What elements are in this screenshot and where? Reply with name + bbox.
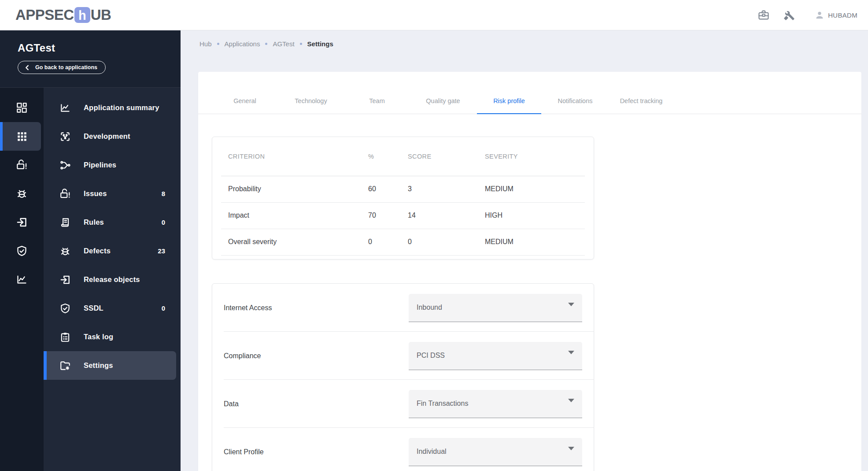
chart-line-icon (59, 102, 71, 114)
main-content: Hub Applications AGTest Settings General… (181, 30, 868, 471)
tab-team[interactable]: Team (344, 72, 410, 114)
col-criterion: CRITERION (221, 137, 361, 176)
cell-criterion: Overall severity (221, 229, 361, 255)
tab-technology[interactable]: Technology (278, 72, 344, 114)
ssdl-count-badge: 0 (162, 304, 165, 312)
table-header-row: CRITERION % SCORE SEVERITY (221, 137, 585, 176)
rail-item-summary[interactable] (0, 265, 41, 294)
form-row-compliance: Compliance PCI DSS (212, 332, 594, 380)
sidebar-item-defects[interactable]: Defects 23 (44, 237, 176, 265)
folder-gear-icon (59, 360, 71, 371)
compliance-select[interactable]: PCI DSS (409, 342, 582, 370)
sidebar-item-label: Task log (84, 333, 113, 341)
internet-access-label: Internet Access (224, 304, 272, 312)
admin-tools-button[interactable] (783, 9, 795, 21)
cell-criterion: Probability (221, 176, 361, 202)
cell-severity: HIGH (478, 202, 585, 229)
tab-notifications[interactable]: Notifications (542, 72, 608, 114)
internet-access-select[interactable]: Inbound (409, 294, 582, 322)
chevron-left-icon (24, 65, 30, 70)
sidebar-item-label: SSDL (84, 304, 103, 312)
table-row-probability: Probability 60 3 MEDIUM (221, 176, 585, 202)
grid-icon (16, 131, 28, 142)
sidebar-item-label: Application summary (84, 104, 159, 112)
rules-scroll-icon (59, 217, 71, 228)
form-row-internet-access: Internet Access Inbound (212, 284, 594, 332)
sidebar-item-label: Pipelines (84, 161, 116, 169)
compliance-label: Compliance (224, 352, 261, 360)
tools-icon (783, 9, 795, 21)
sidebar-item-label: Rules (84, 218, 104, 226)
sidebar-item-application-summary[interactable]: Application summary (44, 93, 176, 122)
data-label: Data (224, 400, 239, 408)
table-row-impact: Impact 70 14 HIGH (221, 202, 585, 229)
tab-risk-profile[interactable]: Risk profile (476, 72, 542, 114)
logo-square: h (74, 7, 90, 23)
sidebar-item-ssdl[interactable]: SSDL 0 (44, 294, 176, 323)
col-score: SCORE (401, 137, 478, 176)
cell-percent: 60 (361, 176, 401, 202)
dropdown-arrow-icon (568, 399, 574, 402)
code-scan-icon (59, 131, 71, 142)
bug-icon (16, 188, 28, 200)
cell-severity: MEDIUM (478, 229, 585, 255)
sidebar-item-settings[interactable]: Settings (44, 351, 176, 380)
user-name: HUBADM (828, 11, 857, 19)
sidebar-item-development[interactable]: Development (44, 122, 176, 151)
breadcrumb-hub[interactable]: Hub (199, 40, 212, 48)
col-severity: SEVERITY (478, 137, 585, 176)
rail-item-dashboard[interactable] (0, 93, 41, 122)
risk-criteria-table: CRITERION % SCORE SEVERITY Probability 6… (221, 137, 585, 256)
logo-part1: APPSEC (15, 7, 74, 23)
rail-item-ssdl[interactable] (0, 237, 41, 265)
tab-general[interactable]: General (212, 72, 278, 114)
icon-rail (0, 88, 44, 471)
tab-quality-gate[interactable]: Quality gate (410, 72, 476, 114)
cell-percent: 70 (361, 202, 401, 229)
rules-count-badge: 0 (162, 219, 165, 226)
client-profile-select[interactable]: Individual (409, 438, 582, 466)
cell-score: 14 (401, 202, 478, 229)
settings-tabs: General Technology Team Quality gate Ris… (198, 72, 861, 114)
rail-item-issues[interactable] (0, 151, 41, 179)
col-percent: % (361, 137, 401, 176)
rail-item-defects[interactable] (0, 179, 41, 208)
briefcase-icon (757, 9, 770, 21)
issues-count-badge: 8 (162, 190, 165, 197)
user-menu[interactable]: HUBADM (815, 10, 857, 20)
breadcrumb-dot-icon (217, 43, 219, 45)
sidebar: AGTest Go back to applications (0, 30, 181, 471)
sidebar-menu: Application summary Development Pipeline… (44, 88, 181, 471)
sidebar-item-task-log[interactable]: Task log (44, 323, 176, 351)
appsechub-logo: APPSEChUB (15, 7, 111, 23)
sidebar-item-label: Issues (84, 189, 107, 198)
rail-item-grid-active[interactable] (0, 122, 41, 151)
breadcrumb-agtest[interactable]: AGTest (273, 40, 294, 48)
tab-defect-tracking[interactable]: Defect tracking (608, 72, 674, 114)
lock-alert-icon (59, 188, 71, 200)
breadcrumb-applications[interactable]: Applications (225, 40, 260, 48)
sidebar-item-label: Defects (84, 247, 111, 255)
sidebar-item-label: Settings (84, 361, 113, 370)
breadcrumb-dot-icon (300, 43, 302, 45)
go-back-button[interactable]: Go back to applications (18, 61, 106, 74)
sidebar-item-pipelines[interactable]: Pipelines (44, 151, 176, 179)
sidebar-item-rules[interactable]: Rules 0 (44, 208, 176, 237)
risk-profile-form-card: Internet Access Inbound Compliance PCI D… (212, 283, 594, 471)
sidebar-item-release-objects[interactable]: Release objects (44, 265, 176, 294)
rail-item-release[interactable] (0, 208, 41, 237)
breadcrumb-dot-icon (265, 43, 267, 45)
dropdown-arrow-icon (568, 303, 574, 306)
cell-severity: MEDIUM (478, 176, 585, 202)
briefcase-button[interactable] (757, 9, 770, 21)
application-name: AGTest (18, 42, 181, 54)
person-icon (815, 10, 824, 20)
sidebar-item-issues[interactable]: Issues 8 (44, 179, 176, 208)
defects-count-badge: 23 (158, 247, 165, 255)
shield-check-icon (59, 303, 71, 314)
data-select[interactable]: Fin Transactions (409, 390, 582, 418)
cell-score: 3 (401, 176, 478, 202)
top-header: APPSEChUB HUBADM (0, 0, 868, 30)
form-row-data: Data Fin Transactions (212, 380, 594, 428)
shield-check-icon (16, 245, 28, 257)
